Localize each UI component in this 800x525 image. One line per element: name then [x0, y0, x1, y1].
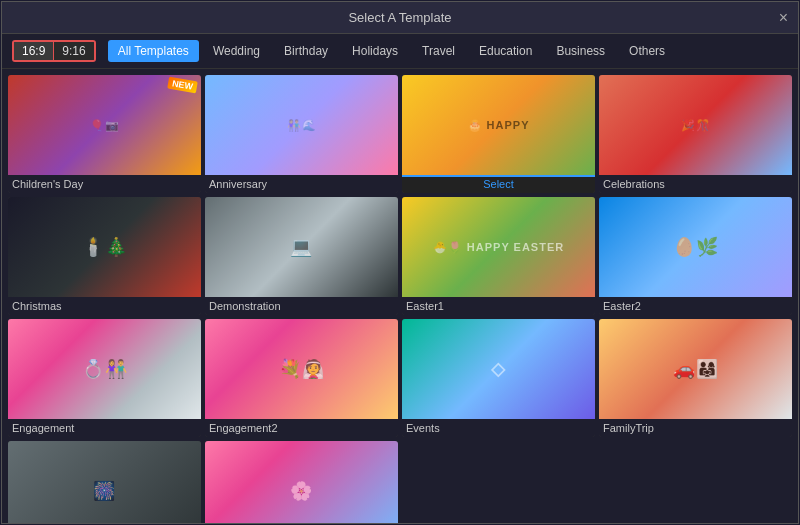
template-thumbnail: 👫🌊	[205, 75, 398, 175]
template-thumbnail: 🥚🌿	[599, 197, 792, 297]
filter-tab-education[interactable]: Education	[469, 40, 542, 62]
new-badge: NEW	[167, 77, 198, 94]
template-label: Children's Day	[8, 175, 201, 193]
filter-tab-birthday[interactable]: Birthday	[274, 40, 338, 62]
filter-tab-all-templates[interactable]: All Templates	[108, 40, 199, 62]
template-label: Easter2	[599, 297, 792, 315]
ratio-group: 16:9 9:16	[12, 40, 96, 62]
template-thumbnail: 🎆	[8, 441, 201, 523]
toolbar: 16:9 9:16 All Templates Wedding Birthday…	[2, 34, 798, 69]
dialog: Select A Template × 16:9 9:16 All Templa…	[1, 1, 799, 524]
list-item[interactable]: 🕯️🎄 Christmas	[8, 197, 201, 315]
list-item[interactable]: ◇ Events	[402, 319, 595, 437]
template-thumbnail: 🌸	[205, 441, 398, 523]
list-item[interactable]: 🌸	[205, 441, 398, 523]
template-label: Demonstration	[205, 297, 398, 315]
filter-tabs: All Templates Wedding Birthday Holidays …	[108, 40, 675, 62]
template-label: Anniversary	[205, 175, 398, 193]
list-item[interactable]: NEW 🎈📷 Children's Day	[8, 75, 201, 193]
template-thumbnail: 🕯️🎄	[8, 197, 201, 297]
template-thumbnail: ◇	[402, 319, 595, 419]
template-thumbnail: 🚗👨‍👩‍👧	[599, 319, 792, 419]
template-grid: NEW 🎈📷 Children's Day 👫🌊 Anniversary 🎂 H…	[8, 75, 792, 523]
filter-tab-wedding[interactable]: Wedding	[203, 40, 270, 62]
template-label: Celebrations	[599, 175, 792, 193]
list-item[interactable]: 🎉🎊 Celebrations	[599, 75, 792, 193]
list-item[interactable]: 💐👰 Engagement2	[205, 319, 398, 437]
filter-tab-others[interactable]: Others	[619, 40, 675, 62]
template-label: Christmas	[8, 297, 201, 315]
template-label: Engagement2	[205, 419, 398, 437]
template-label: Engagement	[8, 419, 201, 437]
template-thumbnail: 🎉🎊	[599, 75, 792, 175]
template-label: Select	[402, 175, 595, 193]
list-item[interactable]: 👫🌊 Anniversary	[205, 75, 398, 193]
list-item[interactable]: 💍👫 Engagement	[8, 319, 201, 437]
list-item[interactable]: 🐣🌷 HAPPY EASTER Easter1	[402, 197, 595, 315]
list-item[interactable]: 🥚🌿 Easter2	[599, 197, 792, 315]
template-thumbnail: NEW 🎈📷	[8, 75, 201, 175]
filter-tab-holidays[interactable]: Holidays	[342, 40, 408, 62]
dialog-title: Select A Template	[348, 10, 451, 25]
template-thumbnail: 💍👫	[8, 319, 201, 419]
list-item[interactable]: 🎂 HAPPY Select	[402, 75, 595, 193]
template-label: FamilyTrip	[599, 419, 792, 437]
list-item[interactable]: 🚗👨‍👩‍👧 FamilyTrip	[599, 319, 792, 437]
list-item[interactable]: 🎆	[8, 441, 201, 523]
template-thumbnail: 💐👰	[205, 319, 398, 419]
template-label: Events	[402, 419, 595, 437]
template-label: Easter1	[402, 297, 595, 315]
ratio-16-9-button[interactable]: 16:9	[14, 42, 54, 60]
close-button[interactable]: ×	[779, 10, 788, 26]
template-thumbnail: 💻	[205, 197, 398, 297]
template-thumbnail: 🎂 HAPPY	[402, 75, 595, 175]
template-thumbnail: 🐣🌷 HAPPY EASTER	[402, 197, 595, 297]
ratio-9-16-button[interactable]: 9:16	[54, 42, 93, 60]
template-grid-area: NEW 🎈📷 Children's Day 👫🌊 Anniversary 🎂 H…	[2, 69, 798, 523]
filter-tab-travel[interactable]: Travel	[412, 40, 465, 62]
title-bar: Select A Template ×	[2, 2, 798, 34]
filter-tab-business[interactable]: Business	[546, 40, 615, 62]
list-item[interactable]: 💻 Demonstration	[205, 197, 398, 315]
